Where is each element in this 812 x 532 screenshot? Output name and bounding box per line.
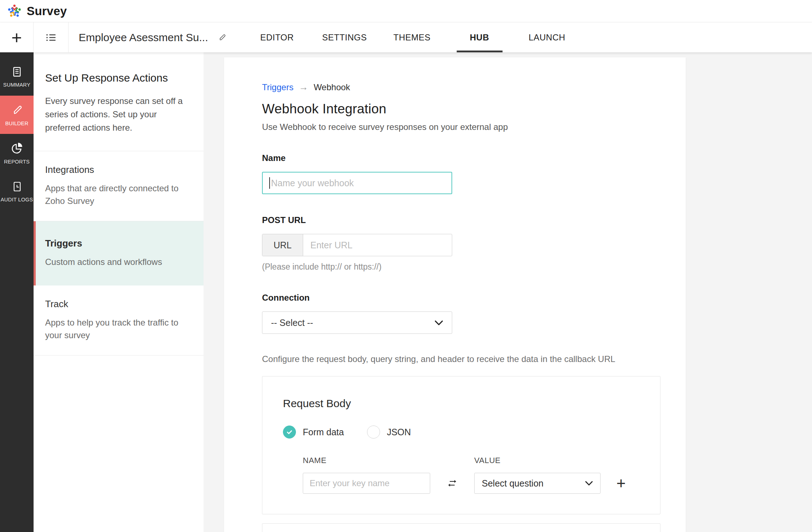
document-icon (11, 66, 23, 78)
post-url-group: URL (262, 234, 452, 256)
webhook-card: Triggers → Webhook Webhook Integration U… (224, 57, 686, 532)
survey-list-button[interactable] (34, 22, 69, 52)
radio-unchecked-icon (367, 426, 380, 439)
tab-launch[interactable]: LAUNCH (513, 22, 581, 52)
panel-item-description: Apps to help you track the traffic to yo… (45, 316, 191, 341)
app-name: Survey (27, 4, 67, 18)
name-column: NAME (303, 456, 430, 494)
toolbar: + Employee Asessment Su... EDITOR SETTIN… (0, 22, 812, 52)
top-logo-bar: Survey (0, 0, 812, 22)
chevron-down-icon (435, 320, 443, 326)
post-url-input[interactable] (303, 234, 452, 256)
key-value-row: NAME VALUE Select (283, 456, 660, 494)
page-title: Webhook Integration (262, 101, 686, 117)
audit-log-icon (11, 180, 23, 193)
request-body-title: Request Body (283, 397, 660, 410)
panel-item-description: Custom actions and workflows (45, 256, 191, 268)
select-question-dropdown[interactable]: Select question (474, 473, 601, 494)
value-column: VALUE Select question (474, 456, 601, 494)
panel-title: Set Up Response Actions (45, 72, 191, 84)
breadcrumb: Triggers → Webhook (262, 82, 686, 93)
post-url-label: POST URL (262, 215, 686, 225)
panel-item-description: Apps that are directly connected to Zoho… (45, 182, 191, 207)
webhook-name-field-wrap (262, 172, 452, 194)
name-column-label: NAME (303, 456, 430, 465)
breadcrumb-triggers-link[interactable]: Triggers (262, 82, 293, 92)
key-name-input[interactable] (303, 473, 430, 494)
post-url-helper: (Please include http:// or https://) (262, 262, 686, 272)
response-actions-panel: Set Up Response Actions Every survey res… (34, 52, 204, 532)
main-area: Triggers → Webhook Webhook Integration U… (204, 52, 812, 532)
main-tabs: EDITOR SETTINGS THEMES HUB LAUNCH (243, 22, 581, 52)
add-row-button[interactable]: + (616, 473, 626, 494)
panel-item-triggers[interactable]: Triggers Custom actions and workflows (34, 221, 204, 285)
radio-label: JSON (387, 427, 411, 437)
survey-title-area: Employee Asessment Su... (69, 22, 237, 52)
list-icon (45, 32, 57, 43)
tab-themes[interactable]: THEMES (378, 22, 446, 52)
rail-item-builder[interactable]: BUILDER (0, 96, 34, 134)
chevron-down-icon (585, 481, 593, 486)
rail-label: SUMMARY (3, 82, 30, 88)
pencil-icon (10, 104, 23, 117)
rail-label: REPORTS (4, 159, 30, 165)
value-column-label: VALUE (474, 456, 601, 465)
radio-label: Form data (303, 427, 344, 437)
panel-item-track[interactable]: Track Apps to help you track the traffic… (34, 285, 204, 356)
tab-editor[interactable]: EDITOR (243, 22, 311, 52)
panel-header: Set Up Response Actions Every survey res… (34, 52, 204, 151)
tab-hub[interactable]: HUB (446, 22, 513, 52)
rail-item-summary[interactable]: SUMMARY (0, 57, 34, 96)
left-rail: SUMMARY BUILDER REPORTS AUDIT LOGS (0, 52, 34, 532)
swap-arrows-icon (446, 478, 458, 488)
radio-form-data[interactable]: Form data (283, 426, 344, 439)
panel-item-title: Integrations (45, 164, 191, 175)
tab-settings[interactable]: SETTINGS (311, 22, 378, 52)
radio-checked-icon (283, 426, 296, 439)
breadcrumb-current: Webhook (314, 82, 350, 92)
breadcrumb-arrow-icon: → (299, 82, 308, 93)
rail-item-reports[interactable]: REPORTS (0, 134, 34, 172)
query-parameter-section: Query Parameter (262, 523, 660, 532)
url-prefix-badge: URL (262, 234, 303, 256)
connection-selected-value: -- Select -- (271, 318, 313, 328)
new-survey-button[interactable]: + (0, 22, 34, 52)
request-body-section: Request Body Form data JSON (262, 376, 660, 514)
configure-note: Configure the request body, query string… (262, 354, 686, 364)
connection-label: Connection (262, 293, 686, 303)
page-subtitle: Use Webhook to receive survey responses … (262, 122, 686, 132)
panel-item-integrations[interactable]: Integrations Apps that are directly conn… (34, 151, 204, 221)
rail-item-audit-logs[interactable]: AUDIT LOGS (0, 172, 34, 210)
radio-json[interactable]: JSON (367, 426, 411, 439)
rail-label: AUDIT LOGS (1, 197, 33, 202)
panel-item-title: Track (45, 298, 191, 310)
name-label: Name (262, 153, 686, 163)
webhook-name-input[interactable] (270, 173, 451, 193)
survey-star-icon (6, 3, 22, 19)
connection-select[interactable]: -- Select -- (262, 311, 452, 334)
pie-chart-icon (10, 142, 23, 155)
rail-label: BUILDER (5, 121, 28, 126)
swap-button[interactable] (430, 473, 474, 494)
panel-item-title: Triggers (45, 238, 191, 249)
survey-title: Employee Asessment Su... (79, 31, 208, 44)
panel-description: Every survey response can set off a seri… (45, 94, 191, 134)
pencil-icon[interactable] (217, 32, 227, 43)
value-selected: Select question (482, 478, 543, 489)
body-type-options: Form data JSON (283, 426, 660, 439)
body: SUMMARY BUILDER REPORTS AUDIT LOGS Set (0, 52, 812, 532)
